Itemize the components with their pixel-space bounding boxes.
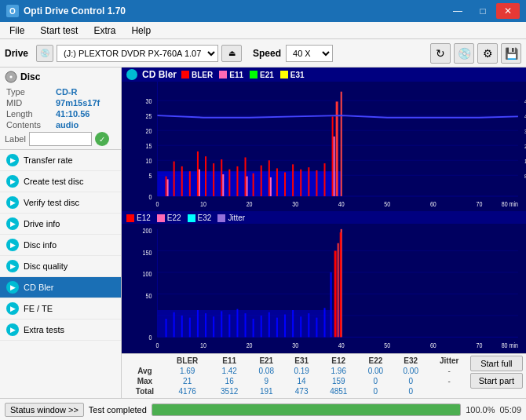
svg-rect-41 bbox=[213, 163, 214, 196]
menu-help[interactable]: Help bbox=[125, 24, 157, 38]
app-icon: O bbox=[6, 5, 19, 17]
svg-rect-62 bbox=[270, 177, 272, 196]
speed-select[interactable]: 40 X bbox=[286, 45, 333, 62]
svg-text:10: 10 bbox=[200, 341, 206, 349]
status-window-button[interactable]: Status window >> bbox=[5, 403, 84, 417]
menu-file[interactable]: File bbox=[3, 24, 31, 38]
svg-rect-107 bbox=[324, 308, 326, 337]
sidebar: Disc Type CD-R MID 97m15s17f Length 41:1… bbox=[0, 68, 122, 398]
max-jitter: - bbox=[429, 376, 470, 386]
content-area: CD Bler BLER E11 E21 E31 bbox=[122, 68, 526, 398]
svg-rect-46 bbox=[253, 173, 254, 196]
svg-rect-85 bbox=[157, 310, 341, 337]
sidebar-item-drive-info[interactable]: ▶ Drive info bbox=[0, 214, 121, 235]
max-e31: 14 bbox=[284, 376, 320, 386]
status-text: Test completed bbox=[89, 405, 147, 415]
svg-rect-39 bbox=[197, 152, 199, 196]
svg-text:50: 50 bbox=[384, 200, 390, 208]
svg-rect-109 bbox=[334, 250, 337, 337]
eject-button[interactable]: ⏏ bbox=[221, 45, 242, 62]
svg-text:70: 70 bbox=[476, 200, 482, 208]
length-label: Length bbox=[5, 108, 54, 119]
drive-select[interactable]: (J:) PLEXTOR DVDR PX-760A 1.07 bbox=[57, 45, 218, 62]
svg-rect-104 bbox=[300, 316, 301, 337]
transfer-rate-label: Transfer rate bbox=[24, 155, 73, 165]
svg-rect-98 bbox=[253, 319, 254, 337]
max-e21: 9 bbox=[249, 376, 284, 386]
label-text: Label bbox=[5, 134, 26, 144]
chart1-svg: 30 25 20 15 10 5 0 0 10 20 30 40 50 60 7… bbox=[122, 82, 526, 211]
svg-rect-88 bbox=[174, 312, 175, 338]
svg-rect-37 bbox=[181, 166, 183, 196]
svg-rect-92 bbox=[205, 313, 206, 337]
total-e11: 3512 bbox=[210, 386, 248, 396]
create-test-disc-icon: ▶ bbox=[6, 175, 19, 188]
max-e22: 0 bbox=[358, 376, 393, 386]
col-e12: E12 bbox=[320, 356, 358, 366]
disc-quality-label: Disc quality bbox=[24, 261, 68, 271]
sidebar-item-create-test-disc[interactable]: ▶ Create test disc bbox=[0, 171, 121, 192]
svg-rect-50 bbox=[284, 173, 286, 196]
total-row: Total 4176 3512 191 473 4851 0 0 bbox=[125, 386, 470, 396]
svg-rect-95 bbox=[228, 315, 230, 338]
sidebar-item-fe-te[interactable]: ▶ FE / TE bbox=[0, 298, 121, 320]
app-title: Opti Drive Control 1.70 bbox=[24, 5, 126, 16]
type-label: Type bbox=[5, 86, 54, 97]
col-e31: E31 bbox=[284, 356, 320, 366]
type-value: CD-R bbox=[54, 86, 116, 97]
legend-bler: BLER bbox=[192, 71, 213, 79]
svg-rect-58 bbox=[167, 179, 169, 196]
chart1-title: CD Bler bbox=[142, 69, 177, 80]
svg-rect-99 bbox=[261, 316, 262, 338]
col-bler: BLER bbox=[165, 356, 210, 366]
verify-test-disc-icon: ▶ bbox=[6, 196, 19, 209]
settings-button[interactable]: ⚙ bbox=[477, 43, 498, 64]
svg-text:10: 10 bbox=[146, 157, 152, 165]
svg-rect-54 bbox=[316, 170, 317, 196]
avg-e21: 0.08 bbox=[249, 366, 284, 376]
menu-extra[interactable]: Extra bbox=[87, 24, 122, 38]
svg-text:30: 30 bbox=[292, 341, 298, 349]
svg-rect-102 bbox=[284, 315, 286, 338]
svg-rect-45 bbox=[245, 157, 247, 195]
disc-label-input[interactable] bbox=[29, 132, 92, 146]
start-buttons: Start full Start part bbox=[470, 356, 523, 396]
svg-text:30: 30 bbox=[146, 97, 152, 105]
avg-e12: 1.96 bbox=[320, 366, 358, 376]
legend-e12: E12 bbox=[137, 214, 151, 222]
svg-text:5: 5 bbox=[148, 172, 152, 180]
svg-rect-89 bbox=[181, 316, 183, 338]
sidebar-item-disc-info[interactable]: ▶ Disc info bbox=[0, 235, 121, 256]
close-button[interactable]: ✕ bbox=[496, 3, 520, 19]
sidebar-item-disc-quality[interactable]: ▶ Disc quality bbox=[0, 256, 121, 277]
stats-table: BLER E11 E21 E31 E12 E22 E32 Jitter Avg bbox=[125, 356, 470, 396]
svg-text:50: 50 bbox=[384, 341, 390, 349]
svg-rect-35 bbox=[166, 177, 167, 196]
status-bar: Status window >> Test completed 100.0% 0… bbox=[0, 398, 526, 420]
elapsed-time: 05:09 bbox=[499, 405, 521, 415]
sidebar-item-verify-test-disc[interactable]: ▶ Verify test disc bbox=[0, 192, 121, 214]
total-e31: 473 bbox=[284, 386, 320, 396]
disc-details-table: Type CD-R MID 97m15s17f Length 41:10.56 … bbox=[5, 86, 116, 130]
start-full-button[interactable]: Start full bbox=[470, 356, 523, 371]
legend-e22: E22 bbox=[167, 214, 181, 222]
svg-rect-33 bbox=[157, 171, 341, 196]
save-button[interactable]: 💾 bbox=[501, 43, 521, 64]
disc-label-icon: ✓ bbox=[95, 132, 109, 146]
maximize-button[interactable]: □ bbox=[471, 3, 495, 19]
disc-button[interactable]: 💿 bbox=[454, 43, 474, 64]
refresh-button[interactable]: ↻ bbox=[430, 43, 451, 64]
menu-start-test[interactable]: Start test bbox=[34, 24, 84, 38]
progress-bar bbox=[152, 404, 461, 416]
sidebar-item-transfer-rate[interactable]: ▶ Transfer rate bbox=[0, 150, 121, 171]
svg-text:60: 60 bbox=[430, 341, 437, 349]
minimize-button[interactable]: — bbox=[446, 3, 469, 19]
svg-rect-36 bbox=[174, 162, 175, 196]
sidebar-item-cd-bler[interactable]: ▶ CD Bler bbox=[0, 277, 121, 298]
sidebar-item-extra-tests[interactable]: ▶ Extra tests bbox=[0, 320, 121, 341]
svg-rect-111 bbox=[340, 232, 342, 337]
fe-te-label: FE / TE bbox=[24, 304, 53, 313]
start-part-button[interactable]: Start part bbox=[470, 373, 523, 389]
avg-row: Avg 1.69 1.42 0.08 0.19 1.96 0.00 0.00 - bbox=[125, 366, 470, 376]
svg-rect-44 bbox=[236, 166, 238, 196]
